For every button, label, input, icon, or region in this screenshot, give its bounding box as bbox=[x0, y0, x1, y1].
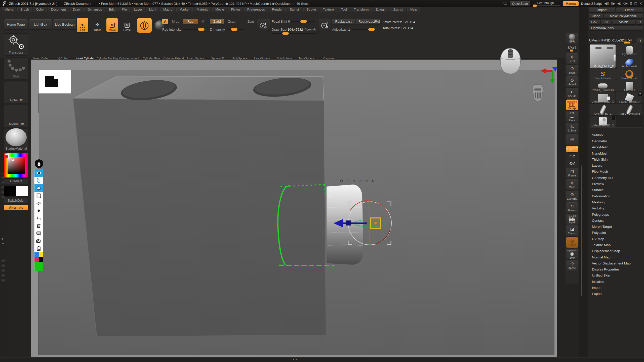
polyframe-button[interactable]: Line Fill PolyF bbox=[566, 214, 578, 225]
menu-item[interactable]: Draw bbox=[70, 7, 84, 12]
menu-item[interactable]: Render bbox=[269, 7, 286, 12]
section-item[interactable]: Geometry bbox=[588, 138, 644, 144]
brush-insert-sphere[interactable]: Insert Sphere bbox=[185, 39, 207, 60]
gizmo-collapse-icon[interactable]: − bbox=[377, 179, 381, 183]
persp-button[interactable]: Dynamic Persp bbox=[566, 100, 578, 110]
draw-size-slider[interactable] bbox=[272, 33, 317, 34]
rotate-3d-button[interactable]: ↻ Rotate bbox=[566, 202, 578, 213]
tool-umesh-pm3d-cube-active[interactable]: UMesh_PM3D_C bbox=[590, 44, 616, 68]
section-item[interactable]: Visibility bbox=[588, 205, 644, 211]
menu-item[interactable]: Help bbox=[407, 7, 420, 12]
menus-button[interactable]: Menus bbox=[563, 1, 578, 6]
annotation-eraser-button[interactable] bbox=[34, 184, 43, 192]
menu-item[interactable]: Brush bbox=[17, 7, 32, 12]
annotation-palette[interactable] bbox=[34, 252, 43, 262]
scroll-button[interactable]: ✥ Scroll bbox=[566, 53, 578, 64]
annotation-dot-button[interactable] bbox=[34, 207, 43, 214]
tool-alphabrush[interactable]: AlphaBrush bbox=[616, 56, 642, 68]
annotation-rectangle-button[interactable] bbox=[34, 192, 43, 199]
section-item[interactable]: Geometry HD bbox=[588, 175, 644, 181]
scale-mode-button[interactable]: S Scale bbox=[121, 18, 133, 32]
live-boolean-button[interactable]: Live Boolean bbox=[53, 19, 76, 29]
tool-simplebrush[interactable]: S SimpleBrush bbox=[590, 68, 616, 80]
tool-cube3d[interactable]: Cube3D bbox=[616, 80, 642, 92]
menu-item[interactable]: Material bbox=[194, 7, 211, 12]
move-mode-button[interactable]: M Move bbox=[106, 18, 118, 32]
z-intensity-slider[interactable] bbox=[227, 29, 245, 30]
lightbox-tools-button[interactable]: Lightbox▶Tools bbox=[589, 26, 643, 30]
section-item[interactable]: Subtool bbox=[588, 132, 644, 138]
menu-item[interactable]: Color bbox=[33, 7, 47, 12]
section-item[interactable]: Preview bbox=[588, 181, 644, 187]
scrub-left-icon[interactable]: ◀|||| bbox=[604, 2, 609, 5]
actual-button[interactable]: ⊙ Actual bbox=[566, 76, 578, 87]
edit-mode-button[interactable]: ✎ Edit bbox=[77, 18, 88, 32]
saturation-square[interactable] bbox=[8, 157, 25, 174]
active-tool-slider[interactable]: UMesh_PM3D_Cube3D1. 54 bbox=[589, 38, 635, 43]
menu-item[interactable]: Texture bbox=[320, 7, 337, 12]
gizmo-gear-icon[interactable]: ⚙ bbox=[340, 179, 344, 183]
gizmo-home-icon[interactable]: ⌂ bbox=[358, 179, 363, 183]
menu-item[interactable]: Stencil bbox=[287, 7, 302, 12]
menu-item[interactable]: Layer bbox=[131, 7, 145, 12]
menu-item[interactable]: Movie bbox=[212, 7, 227, 12]
left-rail-arrow-icon[interactable]: ▶ bbox=[2, 237, 4, 240]
annotation-pen-button[interactable] bbox=[35, 159, 43, 168]
tool-export-button[interactable]: Export bbox=[616, 8, 643, 12]
clone-button[interactable]: Clone bbox=[589, 14, 603, 18]
brush-polysphere[interactable]: PolySphere bbox=[229, 39, 251, 60]
move-3d-button[interactable]: ✥ Move bbox=[566, 179, 578, 190]
menu-item[interactable]: Zscript bbox=[390, 7, 406, 12]
tool-r-button[interactable]: R bbox=[636, 38, 643, 43]
section-item[interactable]: Import bbox=[588, 285, 644, 291]
see-through-slider[interactable]: See-through 0 bbox=[533, 1, 560, 6]
tool-pm3d-cylinder3[interactable]: PM3D_Cylinder3 bbox=[590, 80, 616, 92]
canvas-scroll-grip[interactable]: ▲▼ bbox=[292, 358, 298, 361]
section-item[interactable]: Display Properties bbox=[588, 266, 644, 273]
menu-item[interactable]: Picker bbox=[228, 7, 243, 12]
cylinder-subtool[interactable] bbox=[327, 185, 363, 265]
frame-button[interactable]: ⊡ Frame bbox=[566, 168, 578, 178]
section-item[interactable]: Masking bbox=[588, 199, 644, 205]
gizmo-orbit-icon[interactable]: ⚬ bbox=[352, 179, 356, 183]
material-tile[interactable]: StartupMaterial bbox=[4, 129, 28, 152]
close-button[interactable]: ✕ bbox=[639, 2, 642, 6]
section-item[interactable]: Export bbox=[588, 291, 644, 297]
gradient-button[interactable]: Gradient bbox=[4, 178, 28, 184]
secondary-color-swatch[interactable] bbox=[16, 186, 28, 197]
alternate-button[interactable]: Alternate bbox=[4, 205, 28, 210]
section-item[interactable]: Morph Target bbox=[588, 223, 644, 230]
palette-yellow-swatch[interactable] bbox=[39, 252, 43, 257]
document-thumbnail[interactable] bbox=[38, 70, 71, 94]
mrgb-button[interactable]: Mrgb bbox=[170, 19, 182, 24]
brush-icosasphere[interactable]: IcosaSphere bbox=[251, 39, 273, 60]
section-item[interactable]: Texture Map bbox=[588, 242, 644, 248]
section-item[interactable]: Layers bbox=[588, 162, 644, 168]
gizmo-reset-icon[interactable]: ↻ bbox=[371, 179, 375, 183]
lightbox-button[interactable]: LightBox bbox=[29, 19, 52, 29]
section-item[interactable]: FiberMesh bbox=[588, 169, 644, 175]
minimize-button[interactable]: ⊻ bbox=[630, 2, 632, 6]
tool-pm3d-cylinder3-b[interactable]: PM3D_Cylinder3 bbox=[616, 104, 642, 115]
ghost-button[interactable]: ◍ Ghost bbox=[566, 237, 578, 248]
section-item[interactable]: Vector Displacement Map bbox=[588, 260, 644, 266]
stroke-dots-tile[interactable]: Dots bbox=[4, 57, 28, 79]
menu-item[interactable]: Dynamics bbox=[85, 7, 105, 12]
menu-item[interactable]: Transform bbox=[351, 7, 372, 12]
brush-cylinder-extend[interactable]: Cylinder Extend bbox=[163, 39, 185, 60]
goz-all-button[interactable]: All bbox=[601, 20, 611, 24]
rgb-button[interactable]: Rgb bbox=[183, 19, 198, 24]
brush-insert-cylinder[interactable]: Insert Cylinder bbox=[74, 39, 96, 60]
menu-item[interactable]: Edit bbox=[106, 7, 117, 12]
a-button[interactable]: A bbox=[162, 19, 168, 24]
stroke-picker-button[interactable]: S bbox=[257, 19, 270, 32]
tool-import-button[interactable]: Import bbox=[589, 8, 615, 12]
texture-tile[interactable]: Texture Off bbox=[4, 105, 28, 127]
palette-blue-swatch[interactable] bbox=[34, 252, 39, 257]
gizmo-toolbar[interactable]: ⚙ ✛ ⚬ ⌂ ⊙ ↻ − bbox=[340, 179, 381, 183]
section-item[interactable]: Deformation bbox=[588, 193, 644, 199]
rotate-xyz-button[interactable]: ⟲XYZ bbox=[566, 146, 578, 152]
section-item[interactable]: Unified Skin bbox=[588, 273, 644, 279]
menu-item[interactable]: Stroke bbox=[303, 7, 319, 12]
rgb-intensity-slider[interactable] bbox=[183, 29, 204, 30]
